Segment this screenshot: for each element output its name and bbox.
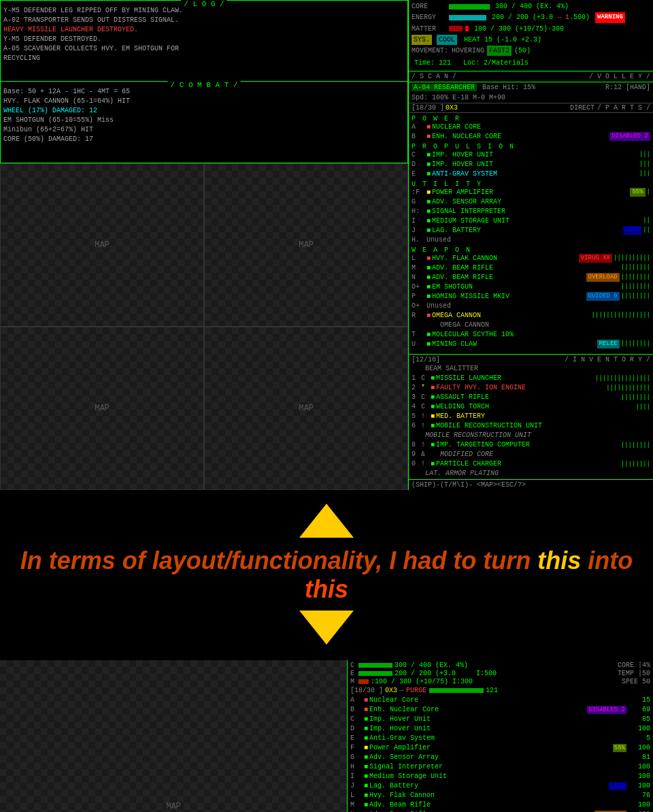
inv-item-5[interactable]: 5 ! ■ MED. BATTERY — [412, 412, 650, 421]
inv-icon-8: ■ — [431, 440, 435, 450]
part-lag-battery[interactable]: J ■ LAG. BATTERY LOAD || — [412, 226, 650, 236]
log-line-3: HEAVY MISSILE LAUNCHER DESTROYED. — [3, 25, 405, 35]
b-part-h[interactable]: H ■ Signal Interpreter 100 — [350, 762, 650, 772]
part-sensor-array[interactable]: G ■ ADV. SENSOR ARRAY — [412, 197, 650, 207]
b-part-d[interactable]: D ■ Imp. Hover Unit 100 — [350, 724, 650, 734]
part-em-shotgun[interactable]: O+ ■ EM SHOTGUN |||||||| — [412, 282, 650, 292]
inv-header-row: BEAM SALITTER — [412, 364, 650, 374]
b-energy-bar — [358, 671, 392, 676]
b-key-a: A — [350, 696, 364, 705]
inv-item-1[interactable]: 1 C ■ MISSILE LAUNCHER ||||||||||||||| — [412, 374, 650, 383]
arrow-up-container — [0, 504, 653, 540]
core-stat-row: CORE 300 / 400 (EX. 4%) — [412, 1, 650, 12]
part-key-u: U — [412, 340, 426, 349]
inv-name-1: MISSILE LAUNCHER — [436, 374, 595, 383]
part-name-enh-nuclear: ENH. NUCLEAR CORE — [432, 132, 607, 142]
integrity-f: | — [647, 188, 650, 197]
b-name-e: Anti-Grav System — [369, 734, 626, 743]
part-hover-c[interactable]: C ■ IMP. HOVER UNIT ||| — [412, 150, 650, 160]
part-flak-cannon[interactable]: L ■ HVY. FLAK CANNON VIRUS XX |||||||||| — [412, 254, 650, 263]
part-power-amp[interactable]: :F ■ POWER AMPLIFIER 55% | — [412, 188, 650, 197]
b-part-l[interactable]: L ■ Hvy. Flak Cannon 76 — [350, 791, 650, 800]
b-name-l: Hvy. Flak Cannon — [369, 791, 626, 800]
inv-item-4[interactable]: 4 C ■ WELDING TORCH |||| — [412, 402, 650, 412]
sys-stat-row: SYS. COOL HEAT 15 (-1.0 +2.3) — [412, 35, 650, 45]
part-nuclear-core[interactable]: A ■ NUCLEAR CORE — [412, 123, 650, 132]
b-val-g: 81 — [626, 753, 650, 762]
log-line-5: A-05 SCAVENGER COLLECTS HVY. EM SHOTGUN … — [3, 44, 405, 63]
parts-title: / P A R T S / — [597, 104, 650, 112]
part-medium-storage[interactable]: I ■ MEDIUM STORAGE UNIT || — [412, 216, 650, 226]
bottom-map-label: MAP — [166, 802, 181, 811]
part-icon-j: ■ — [426, 226, 431, 236]
researcher-row: A-04 RESEARCHER Base Hit: 15% R:12 [HAND… — [409, 82, 653, 93]
b-part-m[interactable]: M ■ Adv. Beam Rifle 100 — [350, 800, 650, 810]
energy-stat-row: ENERGY 200 / 200 (+3.0 → 1.500) WARNING — [412, 12, 650, 23]
b-part-a[interactable]: A ■ Nuclear Core 15 — [350, 696, 650, 705]
hovering-badge: HOVERING — [452, 46, 484, 56]
part-name-mining-claw: MINING CLAW — [432, 340, 595, 349]
bottom-bar: (SHIP)-(T/M\I)- <MAP><ESC/?> — [409, 479, 653, 490]
part-antigrav[interactable]: E ■ ANTI-GRAV SYSTEM ||| — [412, 169, 650, 179]
inv-item-6[interactable]: 6 ! ■ MOBILE RECONSTRUCTION UNIT — [412, 421, 650, 431]
map-quadrant-tr: MAP — [204, 163, 408, 327]
scan-volley-bar: / S C A N / / V O L L E Y / — [409, 71, 653, 82]
purge-num: 121 — [486, 687, 498, 694]
core-value: 300 / 400 (EX. 4%) — [495, 1, 569, 12]
b-energy-row: E 200 / 200 (+3.0 I:500 TEMP |50 — [350, 670, 650, 677]
parts-slot-id: 0X3 — [446, 104, 458, 112]
integrity-d: ||| — [639, 160, 650, 169]
b-name-b: Enh. Nuclear Core — [369, 705, 586, 715]
map-area: MAP MAP MAP MAP — [0, 163, 408, 490]
b-part-i[interactable]: I ■ Medium Storage Unit 100 — [350, 772, 650, 781]
inv-slot-1: C — [421, 374, 431, 383]
movement-num: (50) — [514, 46, 531, 56]
inv-name-5: MED. BATTERY — [436, 412, 650, 421]
b-part-g[interactable]: G ■ Adv. Sensor Array 81 — [350, 753, 650, 762]
part-omega-cannon[interactable]: R ■ OMEGA CANNON |||||||||||||||| — [412, 311, 650, 321]
b-name-g: Adv. Sensor Array — [369, 753, 626, 762]
part-name-power-amp: POWER AMPLIFIER — [432, 188, 628, 197]
bottom-map: MAP — [0, 660, 347, 812]
inv-item-0[interactable]: 0 ! ■ PARTICLE CHARGER |||||||| — [412, 459, 650, 469]
integrity-i: || — [643, 216, 650, 225]
b-key-b: B — [350, 705, 364, 715]
inv-item-8[interactable]: 8 ! ■ IMP. TARGETING COMPUTER |||||||| — [412, 440, 650, 450]
inv-item-3[interactable]: 3 C ■ ASSAULT RIFLE |||||||| — [412, 393, 650, 402]
b-part-b[interactable]: B ■ Enh. Nuclear Core DISABLED 2 69 — [350, 705, 650, 715]
b-part-e[interactable]: E ■ Anti-Grav System 5 — [350, 734, 650, 743]
part-name-unused-o: Unused — [426, 302, 650, 311]
matter-bar-container: 100 / 300 (+10/75)·300 — [449, 24, 650, 34]
inv-item-2[interactable]: 2 * ■ FAULTY HVY. ION ENGINE |||||||||||… — [412, 383, 650, 393]
part-mining-claw[interactable]: U ■ MINING CLAW MELEE |||||||| — [412, 340, 650, 349]
b-key-i: I — [350, 772, 364, 781]
inv-num-1: 1 — [412, 374, 421, 383]
arrow-up-icon — [299, 504, 354, 538]
badge-load-j: LOAD — [623, 226, 642, 235]
part-icon-u: ■ — [426, 340, 431, 349]
divider-section: In terms of layout/functionality, I had … — [0, 490, 653, 660]
inv-name-6: MOBILE RECONSTRUCTION UNIT — [436, 421, 650, 431]
utility-header: U T I L I T Y — [412, 180, 650, 188]
inv-num-2: 2 — [412, 383, 421, 393]
inv-name-8: IMP. TARGETING COMPUTER — [436, 440, 621, 450]
b-name-a: Nuclear Core — [369, 696, 626, 705]
part-homing-missile[interactable]: P ■ HOMING MISSILE MKIV GUIDED 9 |||||||… — [412, 292, 650, 302]
b-icon-m: ■ — [364, 800, 368, 810]
part-enh-nuclear-core[interactable]: B ■ ENH. NUCLEAR CORE DISABLED 2 — [412, 132, 650, 142]
matter-bar1 — [449, 26, 463, 31]
b-val-h: 100 — [626, 762, 650, 772]
inv-name-3: ASSAULT RIFLE — [436, 393, 621, 402]
part-hover-d[interactable]: D ■ IMP. HOVER UNIT ||| — [412, 160, 650, 169]
b-part-c[interactable]: C ■ Imp. Hover Unit 85 — [350, 715, 650, 724]
b-part-j[interactable]: J ■ Lag. Battery LOAD 100 — [350, 781, 650, 791]
b-matter-right: SPEE 50 — [622, 678, 650, 685]
b-part-f[interactable]: F ■ Power Amplifier 55% 100 — [350, 743, 650, 753]
part-name-shotgun: EM SHOTGUN — [432, 282, 620, 292]
part-adv-beam-n[interactable]: N ■ ADV. BEAM RIFLE OVERLOAD |||||||| — [412, 273, 650, 282]
inv-item-9[interactable]: 9 & MODIFIED CORE — [412, 450, 650, 459]
part-adv-beam-m[interactable]: M ■ ADV. BEAM RIFLE |||||||| — [412, 263, 650, 273]
time-label: Time: 121 Loc: 2/Materials — [414, 59, 529, 67]
part-signal-interp[interactable]: H: ■ SIGNAL INTERPRETER — [412, 207, 650, 216]
part-molecular-scythe[interactable]: T ■ MOLECULAR SCYTHE 10% — [412, 330, 650, 340]
